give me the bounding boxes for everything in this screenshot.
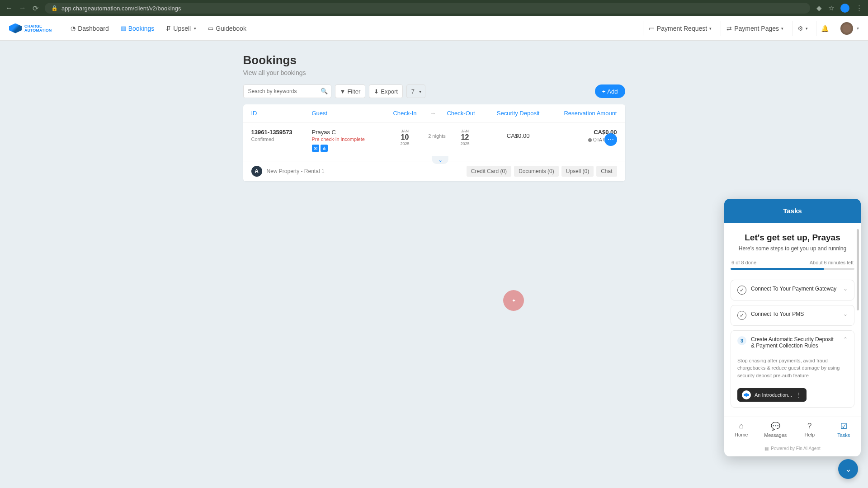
reload-button[interactable]: ⟳ [33,4,38,13]
chevron-down-icon[interactable]: ▾ [857,26,859,31]
video-menu-icon[interactable]: ⋮ [796,391,802,399]
scrollbar[interactable] [857,229,859,310]
browser-chrome: ← → ⟳ 🔒 app.chargeautomation.com/client/… [0,0,868,16]
booking-status: Confirmed [251,136,312,142]
plus-icon: + [602,88,606,95]
help-icon: ? [793,422,827,431]
task-item-pms[interactable]: ✓ Connect To Your PMS ⌄ [731,305,854,326]
extension-icon[interactable]: ◆ [816,4,822,12]
chevron-down-icon: ▾ [806,26,808,31]
bookings-table: ID Guest Check-In → Check-Out Security D… [243,104,625,181]
url-text: app.chargeautomation.com/client/v2/booki… [61,5,181,12]
row-menu-button[interactable]: ⋯ [604,133,617,146]
logo-text: CHARGEAUTOMATION [24,24,52,33]
tab-help[interactable]: ?Help [793,422,827,438]
tasks-subtitle: Here's some steps to get you up and runn… [731,245,854,252]
search-icon[interactable]: 🔍 [321,88,328,94]
main-content: Bookings View all your bookings 🔍 ▼Filte… [0,41,868,194]
upsell-button[interactable]: Upsell (0) [561,166,594,177]
col-id[interactable]: ID [251,110,312,117]
chevron-down-icon: ⌄ [843,311,848,317]
nav-guidebook[interactable]: ▭Guidebook [203,21,252,36]
tasks-panel: Tasks Let's get set up, Prayas Here's so… [724,199,861,457]
chat-button[interactable]: Chat [596,166,617,177]
task-number: 3 [737,336,746,345]
task-item-payment-gateway[interactable]: ✓ Connect To Your Payment Gateway ⌄ [731,280,854,300]
calendar-icon: ▥ [121,25,126,32]
upsell-icon: ⇵ [166,25,171,32]
progress-time: About 6 minutes left [810,260,854,265]
tab-messages[interactable]: 💬Messages [759,422,793,438]
documents-button[interactable]: Documents (0) [514,166,559,177]
share-icon[interactable]: ⋔ [321,145,328,152]
col-amount[interactable]: Reservation Amount [554,110,617,117]
download-icon: ⬇ [374,88,379,95]
chevron-down-icon: ▾ [709,26,712,31]
home-icon: ⌂ [724,422,759,431]
message-icon[interactable]: ✉ [312,145,319,152]
back-button[interactable]: ← [5,4,13,12]
progress-bar [731,268,854,270]
nav-dashboard[interactable]: ◔Dashboard [65,21,114,36]
lock-icon: 🔒 [51,5,58,11]
video-logo [742,390,751,399]
page-subtitle: View all your bookings [243,69,625,76]
chevron-down-icon: ⌄ [843,286,848,292]
fin-icon: ▦ [764,446,769,451]
nights: 2 nights [426,129,448,139]
table-header: ID Guest Check-In → Check-Out Security D… [243,104,625,122]
user-avatar[interactable] [840,22,853,35]
task-video[interactable]: An Introduction... ⋮ [737,388,807,402]
nav-payment-request[interactable]: ▭Payment Request▾ [643,21,717,36]
chat-fab[interactable]: ⌄ [838,459,858,479]
page-title: Bookings [243,53,625,67]
chevron-down-icon: ⌄ [845,464,852,474]
col-checkout[interactable]: Check-Out [439,110,482,117]
top-nav: CHARGEAUTOMATION ◔Dashboard ▥Bookings ⇵U… [0,16,868,41]
profile-avatar[interactable] [840,4,849,13]
credit-card-button[interactable]: Credit Card (0) [467,166,511,177]
nav-bookings[interactable]: ▥Bookings [115,21,160,36]
export-button[interactable]: ⬇Export [369,84,403,98]
nav-right: ▭Payment Request▾ ⇄Payment Pages▾ ⚙▾ 🔔 ▾ [643,21,859,36]
col-guest[interactable]: Guest [312,110,384,117]
table-row[interactable]: 13961-1359573 Confirmed Prayas C Pre che… [243,122,625,161]
col-deposit[interactable]: Security Deposit [482,110,554,117]
nav-payment-pages[interactable]: ⇄Payment Pages▾ [721,21,789,36]
logo[interactable]: CHARGEAUTOMATION [9,23,52,33]
property-avatar: A [251,166,262,177]
guest-status: Pre check-in incomplete [312,136,384,142]
search-input[interactable] [243,84,331,98]
bell-icon: 🔔 [821,25,829,32]
menu-icon[interactable]: ⋮ [856,4,863,12]
message-icon: 💬 [759,422,793,431]
progress-labels: 6 of 8 done About 6 minutes left [731,260,854,265]
tab-home[interactable]: ⌂Home [724,422,759,438]
filter-button[interactable]: ▼Filter [335,84,366,98]
book-icon: ▭ [208,25,213,32]
gear-icon: ⚙ [797,25,803,32]
tasks-tabs: ⌂Home 💬Messages ?Help ☑Tasks [724,417,861,442]
tasks-icon: ☑ [827,422,861,431]
bookmark-icon[interactable]: ☆ [828,4,834,12]
settings-button[interactable]: ⚙▾ [793,21,812,36]
nav-upsell[interactable]: ⇵Upsell▾ [160,21,202,36]
tasks-body: Let's get set up, Prayas Here's some ste… [724,223,861,417]
col-checkin[interactable]: Check-In [383,110,426,117]
url-bar[interactable]: 🔒 app.chargeautomation.com/client/v2/boo… [45,3,810,14]
notifications-button[interactable]: 🔔 [816,21,833,36]
page-size-select[interactable]: 7▾ [406,84,425,98]
forward-button[interactable]: → [19,4,26,12]
search-box: 🔍 [243,84,331,98]
checkout-date: JAN 12 2025 [448,129,482,146]
task-item-security-deposit[interactable]: 3 Create Automatic Security Deposit & Pa… [731,330,854,408]
chevron-down-icon: ▾ [194,26,196,31]
chevron-down-icon: ⌄ [438,157,443,163]
tab-tasks[interactable]: ☑Tasks [827,422,861,438]
expand-toggle[interactable]: ⌄ [432,156,448,164]
tasks-header: Tasks [724,199,861,223]
add-button[interactable]: +Add [595,84,625,98]
sub-row: A New Property - Rental 1 Credit Card (0… [243,161,625,181]
checkin-date: JAN 10 2025 [383,129,426,146]
filter-icon: ▼ [340,88,346,95]
